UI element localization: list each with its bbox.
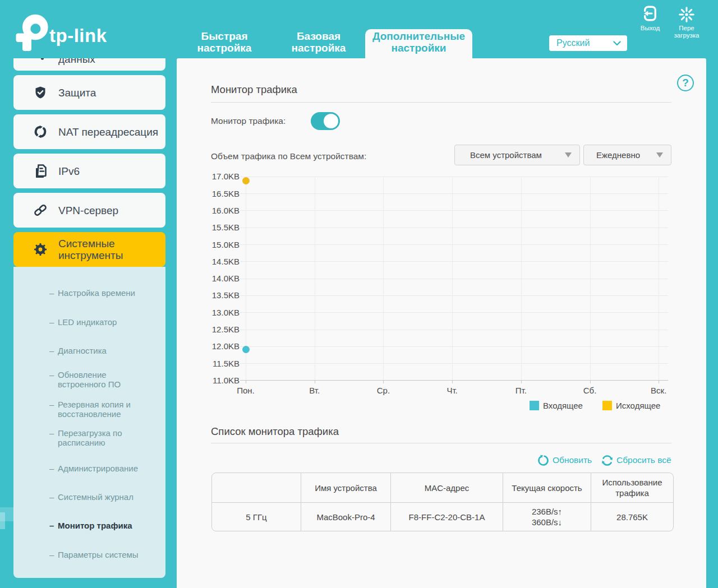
x-axis-tick <box>383 380 384 383</box>
chevron-down-icon <box>565 152 572 158</box>
device-select[interactable]: Всем устройствам <box>454 145 580 165</box>
table-row: 5 ГГц MacBook-Pro-4 F8-FF-C2-20-CB-1A 23… <box>212 503 673 531</box>
submenu-item-label: Диагностика <box>58 345 107 356</box>
cell-band: 5 ГГц <box>212 503 301 531</box>
tp-link-logo-text: tp-link <box>49 25 107 47</box>
ipv6-icon <box>34 164 47 178</box>
submenu-item[interactable]: – Резервная копия и восстановление <box>49 400 158 419</box>
sidebar-item[interactable]: Защита <box>13 75 165 110</box>
help-icon[interactable]: ? <box>677 75 694 91</box>
x-axis-tick-label: Пон. <box>223 386 268 395</box>
shield-icon <box>34 86 47 99</box>
sidebar-item[interactable]: NAT переадресация <box>13 114 165 149</box>
gear-icon <box>34 243 47 256</box>
divider <box>211 102 671 103</box>
submenu-item-label: Настройка времени <box>58 288 135 298</box>
divider <box>211 443 671 443</box>
y-axis-tick-label: 13.0KB <box>195 308 240 317</box>
sidebar-item[interactable]: VPN-сервер <box>13 193 165 228</box>
traffic-monitor-toggle[interactable] <box>311 112 340 130</box>
y-axis-tick-label: 12.0KB <box>195 342 240 350</box>
language-select[interactable]: Русский <box>549 35 627 51</box>
y-axis-tick-label: 15.5KB <box>195 223 240 232</box>
dash-bullet: – <box>49 288 58 298</box>
list-title: Список монитора трафика <box>211 425 339 438</box>
reboot-button[interactable]: Пере загрузка <box>669 7 705 39</box>
refresh-button[interactable]: Обновить <box>537 453 592 467</box>
submenu-item[interactable]: – Администрирование <box>49 463 158 474</box>
submenu-item[interactable]: – Монитор трафика <box>49 520 158 531</box>
gridline-v <box>521 177 522 381</box>
submenu-item[interactable]: – Настройка времени <box>49 267 158 298</box>
data-point-outgoing <box>242 177 250 184</box>
sidebar-item-label: VPN-сервер <box>58 205 118 216</box>
tab-advanced[interactable]: Дополнительные настройки <box>365 29 472 58</box>
gridline-h <box>240 177 668 177</box>
submenu-item[interactable]: – Обновление встроенного ПО <box>49 370 158 389</box>
sidebar-item[interactable]: IPv6 <box>13 154 165 188</box>
x-axis-tick <box>452 380 453 383</box>
y-axis-tick-label: 13.5KB <box>195 291 240 299</box>
y-axis-tick-label: 16.0KB <box>195 206 240 215</box>
x-axis-tick-label: Вт. <box>292 386 337 395</box>
submenu-item[interactable]: – Диагностика <box>49 345 158 356</box>
sidebar-submenu: – Настройка времени – LED индикатор – Ди… <box>13 267 165 578</box>
submenu-item-label: Перезагрузка по расписанию <box>58 428 122 447</box>
gridline-h <box>240 380 668 381</box>
submenu-item[interactable]: – Параметры системы <box>49 549 158 560</box>
y-axis-tick-label: 14.0KB <box>195 274 240 283</box>
gridline-v <box>383 177 384 381</box>
col-header-usage: Использование трафика <box>591 473 673 503</box>
gridline-h <box>240 295 668 296</box>
gridline-v <box>590 177 591 381</box>
sidebar-item-label: Защита <box>58 87 96 99</box>
submenu-item[interactable]: – Перезагрузка по расписанию <box>49 428 158 447</box>
reboot-label: Пере загрузка <box>669 25 705 39</box>
submenu-item[interactable]: – Системный журнал <box>49 492 158 502</box>
y-axis-tick-label: 14.5KB <box>195 257 240 266</box>
reset-label: Сбросить всё <box>616 455 671 465</box>
gridline-h <box>240 228 668 228</box>
dash-bullet: – <box>49 463 58 474</box>
gridline-h <box>240 312 668 313</box>
x-axis-tick <box>659 380 659 383</box>
logout-label: Выход <box>633 25 668 32</box>
submenu-item[interactable]: – LED индикатор <box>49 317 158 327</box>
gridline-h <box>240 193 668 194</box>
dash-bullet: – <box>49 520 58 531</box>
traffic-monitor-toggle-label: Монитор трафика: <box>211 116 286 126</box>
x-axis-tick-label: Чт. <box>430 386 475 395</box>
col-header-band <box>212 473 301 503</box>
sidebar-item-label: NAT переадресация <box>58 126 158 138</box>
submenu-item-label: Администрирование <box>58 463 138 474</box>
router-admin-page: Приоритизация данных Защита NAT переадре… <box>0 0 718 588</box>
logout-button[interactable]: Выход <box>633 4 668 32</box>
period-select[interactable]: Ежедневно <box>583 145 671 165</box>
refresh-label: Обновить <box>553 455 592 465</box>
dash-bullet: – <box>49 370 58 389</box>
x-axis-tick <box>246 380 246 383</box>
dash-bullet: – <box>49 492 58 502</box>
incoming-swatch <box>530 401 539 410</box>
submenu-item-label: Резервная копия и восстановление <box>58 400 131 419</box>
x-axis-tick-label: Сб. <box>568 386 613 395</box>
tab-quick-setup[interactable]: Быстрая настройка <box>185 29 264 54</box>
x-axis-tick <box>590 380 591 383</box>
legend-outgoing: Исходящее <box>602 401 660 410</box>
cell-usage: 28.765K <box>591 503 673 531</box>
tp-link-logo[interactable]: tp-link <box>13 8 126 53</box>
y-axis-tick-label: 17.0KB <box>195 172 240 180</box>
sidebar-item[interactable]: Системные инструменты <box>13 232 165 267</box>
submenu-item-label: Монитор трафика <box>58 520 132 531</box>
reset-all-button[interactable]: Сбросить всё <box>601 453 671 467</box>
x-axis-tick <box>521 380 522 383</box>
period-select-value: Ежедневно <box>596 150 656 160</box>
gridline-h <box>240 346 668 347</box>
refresh-icon <box>537 453 550 467</box>
col-header-device-name: Имя устройства <box>301 473 390 503</box>
logout-icon <box>643 4 657 22</box>
tab-basic[interactable]: Базовая настройка <box>279 29 358 54</box>
legend-outgoing-label: Исходящее <box>616 401 660 410</box>
col-header-speed: Текущая скорость <box>503 473 591 503</box>
x-axis-tick-label: Вск. <box>636 386 681 395</box>
